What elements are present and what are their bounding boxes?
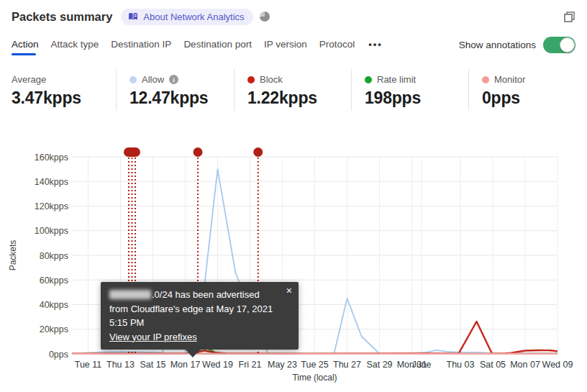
svg-text:60kpps: 60kpps [40, 275, 68, 286]
svg-text:Thu 03: Thu 03 [447, 360, 475, 370]
tooltip-text: .0/24 has been advertised from Cloudflar… [109, 288, 280, 330]
tooltip-close-icon[interactable]: × [286, 285, 292, 297]
svg-text:0pps: 0pps [49, 350, 68, 360]
svg-text:100kpps: 100kpps [35, 226, 68, 236]
svg-text:Wed 19: Wed 19 [202, 360, 233, 370]
svg-text:160kpps: 160kpps [35, 152, 68, 163]
svg-text:Fri 21: Fri 21 [239, 360, 262, 370]
svg-text:June: June [411, 360, 431, 370]
view-ip-prefixes-link[interactable]: View your IP prefixes [109, 332, 197, 342]
svg-text:Time (local): Time (local) [292, 373, 337, 383]
svg-text:Tue 11: Tue 11 [75, 360, 102, 370]
svg-text:Sat 15: Sat 15 [140, 360, 165, 370]
svg-text:140kpps: 140kpps [35, 177, 68, 187]
packets-summary-panel: Packets summary About Network Analytics … [0, 0, 587, 392]
svg-text:120kpps: 120kpps [35, 201, 68, 211]
svg-text:Tue 25: Tue 25 [301, 360, 329, 370]
svg-text:Mon 17: Mon 17 [170, 360, 201, 370]
svg-text:Sat 05: Sat 05 [480, 360, 506, 370]
svg-text:Thu 27: Thu 27 [333, 360, 361, 370]
svg-text:Mon 07: Mon 07 [510, 360, 540, 370]
svg-text:Packets: Packets [8, 240, 18, 271]
svg-text:80kpps: 80kpps [40, 251, 68, 261]
svg-text:20kpps: 20kpps [40, 324, 68, 334]
svg-text:Thu 13: Thu 13 [106, 360, 135, 370]
svg-text:40kpps: 40kpps [40, 300, 68, 310]
svg-text:May 23: May 23 [268, 360, 297, 370]
svg-text:Wed 09: Wed 09 [542, 360, 573, 370]
svg-text:Sat 29: Sat 29 [366, 360, 392, 370]
redacted-ip-prefix [109, 290, 151, 299]
annotation-tooltip: × .0/24 has been advertised from Cloudfl… [101, 282, 299, 350]
